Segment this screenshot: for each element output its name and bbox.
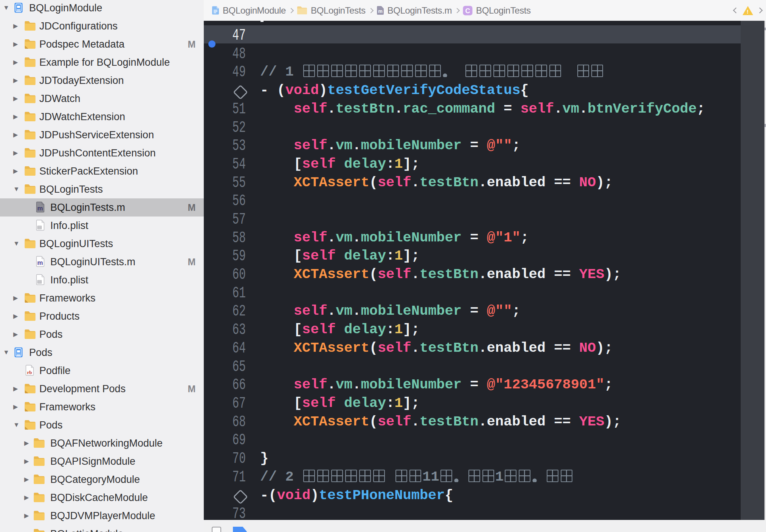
- svg-text:C: C: [465, 7, 470, 15]
- svg-text:rb: rb: [27, 370, 32, 375]
- svg-text:m: m: [378, 8, 383, 14]
- svg-text:m: m: [37, 259, 43, 266]
- svg-text:m: m: [37, 205, 43, 212]
